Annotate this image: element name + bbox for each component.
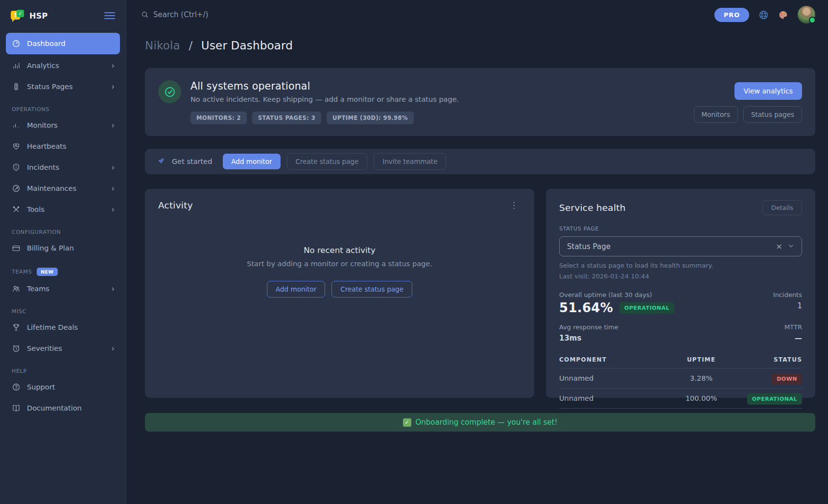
sidebar-item-label: Severities	[27, 344, 62, 352]
empty-state-title: No recent activity	[158, 246, 521, 255]
sidebar-section-teams-label: TEAMS	[12, 269, 32, 275]
invite-teammate-button[interactable]: Invite teammate	[374, 153, 446, 170]
empty-create-status-page-button[interactable]: Create status page	[331, 281, 412, 298]
traffic-light-icon	[11, 82, 21, 92]
sidebar-item-severities[interactable]: Severities ›	[6, 339, 120, 358]
app-logo-icon: ! ✓	[11, 10, 24, 22]
page-title: User Dashboard	[201, 39, 293, 52]
component-uptime: 3.28%	[661, 368, 741, 389]
sidebar-item-label: Maintenances	[27, 184, 76, 192]
onboarding-banner-text: Onboarding complete — you're all set!	[416, 418, 558, 427]
book-icon	[11, 404, 21, 413]
gauge-icon	[11, 39, 21, 48]
chevron-right-icon: ›	[111, 121, 115, 130]
breadcrumb: Nikola / User Dashboard	[145, 39, 815, 52]
search-input[interactable]	[153, 10, 300, 19]
empty-add-monitor-button[interactable]: Add monitor	[267, 281, 325, 298]
rocket-icon	[157, 157, 166, 167]
wrench-circle-icon	[11, 184, 21, 193]
chevron-right-icon: ›	[111, 285, 115, 293]
app-root: ! ✓ HSP Dashboard Analytics › Status Pag…	[0, 0, 828, 504]
sidebar-item-label: Dashboard	[27, 40, 66, 47]
uptime-column-header: UPTIME	[661, 352, 741, 368]
search-icon	[141, 11, 149, 19]
credit-card-icon	[11, 244, 21, 253]
get-started-label: Get started	[172, 158, 212, 165]
add-monitor-button[interactable]: Add monitor	[223, 154, 280, 169]
uptime-stat-label: Overall uptime (last 30 days)	[559, 291, 674, 298]
avg-response-stat: Avg response time 13ms	[559, 323, 618, 343]
monitors-button[interactable]: Monitors	[694, 106, 738, 123]
service-health-title: Service health	[559, 203, 626, 213]
status-page-select[interactable]: Status Page ×	[559, 236, 802, 256]
content: Nikola / User Dashboard All systems oper…	[126, 29, 828, 504]
sidebar-item-heartbeats[interactable]: Heartbeats	[6, 137, 120, 156]
sidebar-item-maintenances[interactable]: Maintenances ›	[6, 179, 120, 198]
sidebar-item-label: Documentation	[27, 404, 82, 412]
incidents-stat: Incidents 1	[773, 291, 802, 315]
shield-alert-icon	[11, 163, 21, 172]
mttr-value: —	[784, 334, 802, 343]
components-table: COMPONENT UPTIME STATUS Unnamed 3.28% DO…	[559, 352, 802, 409]
uptime-value: 51.64%	[559, 300, 613, 315]
activity-card: Activity ⋮ No recent activity Start by a…	[145, 189, 534, 398]
sidebar-item-teams[interactable]: Teams ›	[6, 279, 120, 298]
sidebar-item-dashboard[interactable]: Dashboard	[6, 33, 120, 54]
hamburger-menu-icon[interactable]	[104, 10, 115, 21]
clear-selection-icon[interactable]: ×	[776, 243, 782, 251]
status-pages-chip: STATUS PAGES: 3	[252, 112, 321, 124]
pro-badge[interactable]: PRO	[714, 8, 749, 22]
sidebar-item-label: Support	[27, 383, 55, 391]
chevron-down-icon	[788, 242, 794, 251]
down-status-badge: DOWN	[772, 373, 802, 385]
breadcrumb-parent-link[interactable]: Nikola	[145, 39, 180, 52]
status-column-header: STATUS	[741, 352, 802, 368]
view-analytics-button[interactable]: View analytics	[734, 82, 802, 100]
app-name: HSP	[29, 11, 48, 21]
sidebar-item-label: Analytics	[27, 62, 59, 69]
sidebar-item-tools[interactable]: Tools ›	[6, 200, 120, 219]
sidebar-item-support[interactable]: Support	[6, 377, 120, 397]
last-visit-text: Last visit: 2026-01-24 10:44	[559, 273, 802, 280]
topbar: PRO	[126, 0, 828, 29]
sidebar-item-status-pages[interactable]: Status Pages ›	[6, 77, 120, 96]
sidebar-item-analytics[interactable]: Analytics ›	[6, 56, 120, 75]
chevron-right-icon: ›	[111, 83, 115, 91]
operational-status-badge: OPERATIONAL	[747, 393, 802, 405]
sidebar: ! ✓ HSP Dashboard Analytics › Status Pag…	[0, 0, 126, 504]
theme-palette-icon[interactable]	[778, 10, 788, 20]
main-area: PRO Nikola / User Dashboard	[126, 0, 828, 504]
sidebar-item-incidents[interactable]: Incidents ›	[6, 158, 120, 177]
details-button[interactable]: Details	[762, 200, 802, 215]
status-pages-button[interactable]: Status pages	[743, 106, 802, 123]
sidebar-item-lifetime-deals[interactable]: Lifetime Deals	[6, 318, 120, 337]
logo-check-icon: ✓	[17, 10, 24, 17]
table-row: Unnamed 3.28% DOWN	[559, 368, 802, 389]
sidebar-section-configuration: CONFIGURATION	[12, 229, 114, 235]
sidebar-header: ! ✓ HSP	[0, 0, 126, 31]
create-status-page-button[interactable]: Create status page	[287, 153, 368, 170]
sidebar-item-monitors[interactable]: Monitors ›	[6, 115, 120, 135]
user-avatar[interactable]	[798, 6, 815, 23]
sidebar-section-teams: TEAMS NEW	[12, 268, 114, 276]
uptime-stat: Overall uptime (last 30 days) 51.64% OPE…	[559, 291, 674, 315]
hero-text-block: All systems operational No active incide…	[190, 80, 459, 124]
operational-status-badge: OPERATIONAL	[619, 302, 674, 314]
kebab-menu-icon[interactable]: ⋮	[507, 200, 521, 210]
chevron-right-icon: ›	[111, 344, 115, 353]
trophy-icon	[11, 323, 21, 332]
component-column-header: COMPONENT	[559, 352, 661, 368]
sidebar-item-label: Billing & Plan	[27, 244, 74, 252]
new-badge: NEW	[37, 268, 57, 276]
empty-state-subtitle: Start by adding a monitor or creating a …	[158, 260, 521, 268]
hero-chips: MONITORS: 2 STATUS PAGES: 3 UPTIME (30D)…	[190, 112, 459, 124]
sidebar-item-billing[interactable]: Billing & Plan	[6, 238, 120, 258]
search-box	[141, 10, 300, 19]
sidebar-item-label: Tools	[27, 206, 45, 213]
chevron-right-icon: ›	[111, 163, 115, 172]
component-name: Unnamed	[559, 389, 661, 409]
globe-icon[interactable]	[758, 10, 769, 20]
sidebar-item-documentation[interactable]: Documentation	[6, 398, 120, 418]
hero-subtitle: No active incidents. Keep shipping — add…	[190, 95, 459, 103]
sidebar-item-label: Lifetime Deals	[27, 323, 78, 331]
